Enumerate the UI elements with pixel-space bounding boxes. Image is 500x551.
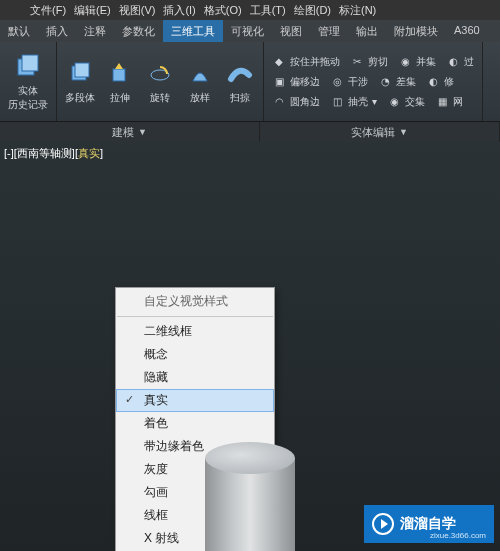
btn-polysolid[interactable]: 多段体: [61, 57, 99, 107]
polysolid-icon: [65, 59, 95, 89]
btn-subtract[interactable]: ◔差集: [376, 73, 418, 91]
tab-a360[interactable]: A360: [446, 20, 488, 42]
btn-intersect[interactable]: ◉交集: [385, 93, 427, 111]
lbl: 按住并拖动: [290, 55, 340, 69]
offset-icon: ▣: [272, 75, 286, 89]
tab-insert[interactable]: 插入: [38, 20, 76, 42]
menu-format[interactable]: 格式(O): [204, 3, 242, 18]
interfere-icon: ◎: [330, 75, 344, 89]
menu-dim[interactable]: 标注(N): [339, 3, 376, 18]
presspull-icon: ◆: [272, 55, 286, 69]
viewport-label[interactable]: [-][西南等轴测][真实]: [4, 146, 103, 161]
lbl: 修: [444, 75, 454, 89]
tab-default[interactable]: 默认: [0, 20, 38, 42]
ribbon-tabs: 默认 插入 注释 参数化 三维工具 可视化 视图 管理 输出 附加模块 A360: [0, 20, 500, 42]
lbl: 剪切: [368, 55, 388, 69]
play-icon: [372, 513, 394, 535]
btn-slice[interactable]: ✂剪切: [348, 53, 390, 71]
menu-header: 自定义视觉样式: [116, 290, 274, 313]
tab-parametric[interactable]: 参数化: [114, 20, 163, 42]
btn-more2[interactable]: ◐修: [424, 73, 456, 91]
group-label: 建模: [112, 125, 134, 140]
btn-revolve[interactable]: 旋转: [141, 57, 179, 107]
sweep-icon: [225, 59, 255, 89]
icon: ◐: [426, 75, 440, 89]
menu-view[interactable]: 视图(V): [119, 3, 156, 18]
menu-bar: 文件(F) 编辑(E) 视图(V) 插入(I) 格式(O) 工具(T) 绘图(D…: [0, 0, 500, 20]
btn-offset-edge[interactable]: ▣偏移边: [270, 73, 322, 91]
lbl: 圆角边: [290, 95, 320, 109]
group-solid-edit[interactable]: 实体编辑▼: [260, 122, 500, 142]
revolve-icon: [145, 59, 175, 89]
btn-extrude[interactable]: 拉伸: [101, 57, 139, 107]
loft-icon: [185, 59, 215, 89]
btn-label: 拉伸: [110, 91, 130, 105]
btn-label: 扫掠: [230, 91, 250, 105]
mi-label: 真实: [144, 393, 168, 407]
solid-history-icon: [13, 52, 43, 82]
svg-rect-4: [113, 69, 125, 81]
btn-more1[interactable]: ◐过: [444, 53, 476, 71]
vp-visual-style[interactable]: 真实: [78, 147, 100, 159]
brand-url: zixue.3d66.com: [430, 531, 486, 540]
menu-file[interactable]: 文件(F): [30, 3, 66, 18]
menu-item-realistic[interactable]: ✓真实: [116, 389, 274, 412]
tab-manage[interactable]: 管理: [310, 20, 348, 42]
lbl: 并集: [416, 55, 436, 69]
menu-draw[interactable]: 绘图(D): [294, 3, 331, 18]
cylinder-top-face: [205, 442, 295, 474]
group-label: 实体编辑: [351, 125, 395, 140]
shell-icon: ◫: [330, 95, 344, 109]
menu-item-2d-wireframe[interactable]: 二维线框: [116, 320, 274, 343]
svg-rect-1: [22, 55, 38, 71]
tab-output[interactable]: 输出: [348, 20, 386, 42]
btn-fillet-edge[interactable]: ◠圆角边: [270, 93, 322, 111]
btn-union[interactable]: ◉并集: [396, 53, 438, 71]
btn-interfere[interactable]: ◎干涉: [328, 73, 370, 91]
btn-loft[interactable]: 放样: [181, 57, 219, 107]
union-icon: ◉: [398, 55, 412, 69]
menu-edit[interactable]: 编辑(E): [74, 3, 111, 18]
tab-view[interactable]: 视图: [272, 20, 310, 42]
btn-label: 旋转: [150, 91, 170, 105]
group-modeling[interactable]: 建模▼: [0, 122, 260, 142]
btn-presspull[interactable]: ◆按住并拖动: [270, 53, 342, 71]
lbl: 网: [453, 95, 463, 109]
menu-insert[interactable]: 插入(I): [163, 3, 195, 18]
cylinder-solid[interactable]: [205, 442, 295, 551]
extrude-icon: [105, 59, 135, 89]
lbl: 交集: [405, 95, 425, 109]
ribbon-group-labels: 建模▼ 实体编辑▼: [0, 122, 500, 142]
menu-tools[interactable]: 工具(T): [250, 3, 286, 18]
menu-separator: [117, 316, 273, 317]
lbl: 干涉: [348, 75, 368, 89]
btn-more3[interactable]: ▦网: [433, 93, 465, 111]
btn-solid-history[interactable]: 实体 历史记录: [4, 50, 52, 114]
ribbon: 实体 历史记录 多段体 拉伸 旋转 放样 扫掠 ◆按住并拖动 ✂剪切: [0, 42, 500, 122]
menu-item-shaded[interactable]: 着色: [116, 412, 274, 435]
check-icon: ✓: [125, 393, 134, 406]
drawing-canvas[interactable]: [-][西南等轴测][真实] 自定义视觉样式 二维线框 概念 隐藏 ✓真实 着色…: [0, 142, 500, 551]
icon: ◐: [446, 55, 460, 69]
icon: ▦: [435, 95, 449, 109]
brand-watermark: 溜溜自学 zixue.3d66.com: [364, 505, 494, 543]
slice-icon: ✂: [350, 55, 364, 69]
lbl: 差集: [396, 75, 416, 89]
btn-sweep[interactable]: 扫掠: [221, 57, 259, 107]
fillet-icon: ◠: [272, 95, 286, 109]
tab-annotate[interactable]: 注释: [76, 20, 114, 42]
menu-item-hidden[interactable]: 隐藏: [116, 366, 274, 389]
btn-label: 放样: [190, 91, 210, 105]
btn-label: 实体 历史记录: [8, 84, 48, 112]
btn-label: 多段体: [65, 91, 95, 105]
tab-addin[interactable]: 附加模块: [386, 20, 446, 42]
vp-projection[interactable]: 西南等轴测: [17, 147, 72, 159]
menu-item-conceptual[interactable]: 概念: [116, 343, 274, 366]
lbl: 抽壳: [348, 95, 368, 109]
svg-rect-3: [75, 63, 89, 77]
vp-bracket: [-][: [4, 147, 17, 159]
vp-bracket: ]: [100, 147, 103, 159]
tab-3dtools[interactable]: 三维工具: [163, 20, 223, 42]
btn-shell[interactable]: ◫抽壳▾: [328, 93, 379, 111]
tab-visualize[interactable]: 可视化: [223, 20, 272, 42]
